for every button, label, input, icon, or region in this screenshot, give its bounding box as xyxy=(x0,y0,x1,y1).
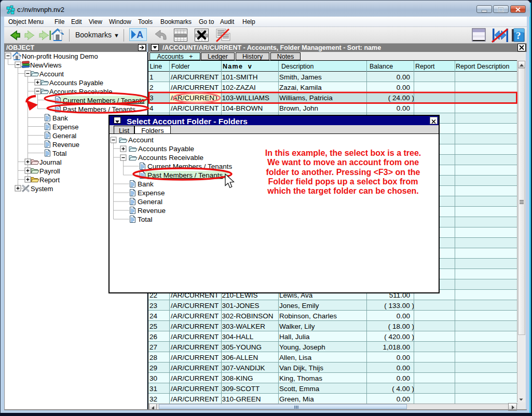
svg-text:Current Members / Tenants: Current Members / Tenants xyxy=(63,97,145,104)
svg-text:Past Members / Tenants: Past Members / Tenants xyxy=(63,105,135,113)
svg-text:Bank: Bank xyxy=(52,114,68,122)
svg-text:Current Members / Tenants: Current Members / Tenants xyxy=(147,163,233,170)
svg-text:Expense: Expense xyxy=(138,189,165,197)
svg-text:?: ? xyxy=(516,30,521,41)
svg-text:Bank: Bank xyxy=(138,180,154,188)
svg-text:Accounts Payable: Accounts Payable xyxy=(49,79,103,87)
svg-text:Non-profit Housing Demo: Non-profit Housing Demo xyxy=(22,52,98,60)
svg-text:Report: Report xyxy=(39,176,60,184)
svg-text:Expense: Expense xyxy=(52,123,79,131)
svg-text:Total: Total xyxy=(138,216,153,223)
svg-text:Account: Account xyxy=(128,136,154,144)
svg-text:A: A xyxy=(137,30,143,39)
svg-text:Accounts Receivable: Accounts Receivable xyxy=(49,88,112,96)
svg-text:Journal: Journal xyxy=(39,158,62,166)
svg-text:Accounts Receivable: Accounts Receivable xyxy=(138,154,203,162)
svg-text:Revenue: Revenue xyxy=(52,141,79,149)
svg-text:General: General xyxy=(52,132,76,140)
svg-text:Payroll: Payroll xyxy=(39,167,60,175)
svg-text:NewViews: NewViews xyxy=(30,61,62,69)
svg-text:System: System xyxy=(31,185,53,193)
svg-text:Accounts Payable: Accounts Payable xyxy=(138,145,194,153)
svg-text:Revenue: Revenue xyxy=(138,207,166,214)
svg-text:General: General xyxy=(138,198,162,206)
svg-text:Account: Account xyxy=(39,70,64,78)
svg-text:Past Members / Tenants: Past Members / Tenants xyxy=(147,171,223,179)
svg-text:Total: Total xyxy=(52,150,67,157)
